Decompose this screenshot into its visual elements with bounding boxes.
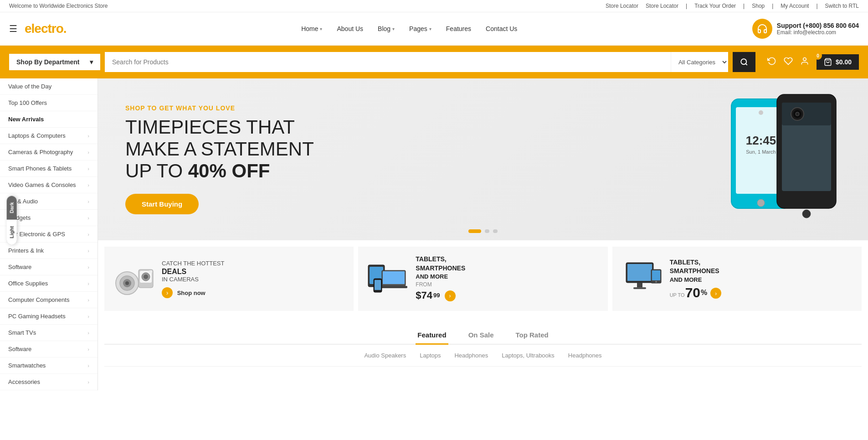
wishlist-icon[interactable] — [784, 57, 793, 68]
sidebar-item-smart-tvs[interactable]: Smart TVs › — [0, 325, 98, 341]
svg-point-15 — [802, 210, 811, 218]
header-icons: 0 $0.00 — [767, 54, 859, 70]
arrow-icon: › — [87, 182, 89, 188]
slider-image: 12:45 Sun, 1 March — [722, 88, 850, 233]
arrow-icon: › — [87, 379, 89, 385]
chip-laptops-ultrabooks[interactable]: Laptops, Ultrabooks — [502, 350, 555, 361]
sidebar-item-office-supplies[interactable]: Office Supplies › — [0, 275, 98, 292]
my-account-link[interactable]: My Account — [781, 3, 809, 9]
arrow-icon: › — [87, 199, 89, 204]
promo-shop-now-btn[interactable]: › — [162, 287, 173, 298]
nav-contact[interactable]: Contact Us — [479, 22, 524, 35]
home-dropdown-icon: ▾ — [320, 26, 322, 31]
shop-link[interactable]: Shop — [752, 3, 765, 9]
store-locator-link[interactable]: Store Locator — [606, 3, 638, 9]
svg-rect-32 — [375, 280, 381, 290]
light-theme-btn[interactable]: Light — [7, 219, 17, 244]
sidebar-item-computer-components[interactable]: Computer Components › — [0, 292, 98, 308]
dot-3[interactable] — [493, 229, 498, 233]
svg-rect-29 — [383, 271, 405, 284]
support-area: Support (+800) 856 800 604 Email: info@e… — [752, 19, 859, 39]
promo-price-arrow-btn[interactable]: › — [445, 290, 456, 301]
slider-cta-button[interactable]: Start Buying — [125, 194, 199, 214]
promo-card-cameras: CATCH THE HOTTEST DEALS IN CAMERAS › Sho… — [104, 247, 354, 311]
sidebar-item-software-2[interactable]: Software › — [0, 341, 98, 357]
svg-point-7 — [759, 110, 763, 115]
laptop-promo-image — [367, 260, 408, 297]
category-chips: Audio Speakers Laptops Headphones Laptop… — [104, 345, 862, 367]
blog-dropdown-icon: ▾ — [392, 26, 395, 31]
sidebar-item-pc-gaming[interactable]: PC Gaming Headsets › — [0, 308, 98, 325]
nav-home[interactable]: Home ▾ — [295, 22, 329, 35]
sidebar-item-software[interactable]: Software › — [0, 259, 98, 275]
arrow-icon: › — [87, 330, 89, 336]
hero-slider: SHOP TO GET WHAT YOU LOVE TIMEPIECES THA… — [98, 78, 868, 240]
svg-point-8 — [757, 199, 765, 207]
category-select[interactable]: All Categories — [671, 52, 728, 72]
main-content: Value of the Day Top 100 Offers New Arri… — [0, 78, 868, 390]
chip-audio-speakers[interactable]: Audio Speakers — [364, 350, 406, 361]
sidebar-item-new-arrivals[interactable]: New Arrivals — [0, 111, 98, 128]
chip-laptops[interactable]: Laptops — [420, 350, 441, 361]
store-locator-text[interactable]: Store Locator — [646, 3, 678, 9]
search-bar-row: Shop By Department ▾ All Categories 0 $0… — [0, 46, 868, 78]
dot-2[interactable] — [485, 229, 489, 233]
svg-point-39 — [655, 281, 657, 283]
chip-headphones-2[interactable]: Headphones — [568, 350, 602, 361]
support-icon — [752, 19, 772, 39]
nav-about[interactable]: About Us — [330, 22, 370, 35]
camera-promo-image — [113, 260, 154, 297]
svg-point-14 — [796, 112, 799, 116]
cart-badge: 0 — [814, 52, 822, 60]
account-icon[interactable] — [800, 57, 809, 68]
sidebar-item-top-100[interactable]: Top 100 Offers — [0, 95, 98, 111]
svg-rect-35 — [637, 283, 642, 287]
sidebar-item-accessories[interactable]: Accessories › — [0, 374, 98, 390]
header: ☰ electro. Home ▾ About Us Blog ▾ Pages … — [0, 12, 868, 46]
svg-text:Sun, 1 March: Sun, 1 March — [746, 149, 776, 155]
sidebar-item-printers[interactable]: Printers & Ink › — [0, 243, 98, 259]
shop-by-dept-btn[interactable]: Shop By Department ▾ — [9, 54, 100, 70]
svg-point-19 — [125, 281, 129, 285]
arrow-icon: › — [87, 150, 89, 155]
main-nav: Home ▾ About Us Blog ▾ Pages ▾ Features … — [295, 22, 524, 35]
nav-blog[interactable]: Blog ▾ — [371, 22, 401, 35]
sidebar-item-cameras[interactable]: Cameras & Photography › — [0, 144, 98, 160]
promo-percent-arrow-btn[interactable]: › — [710, 288, 721, 299]
svg-text:12:45: 12:45 — [746, 134, 776, 147]
content-area: SHOP TO GET WHAT YOU LOVE TIMEPIECES THA… — [98, 78, 868, 390]
switch-rtl-link[interactable]: Switch to RTL — [825, 3, 859, 9]
arrow-icon: › — [87, 248, 89, 254]
sidebar-item-smartphones[interactable]: Smart Phones & Tablets › — [0, 160, 98, 177]
dark-theme-btn[interactable]: Dark — [7, 196, 17, 219]
tab-featured[interactable]: Featured — [416, 326, 448, 345]
tab-top-rated[interactable]: Top Rated — [514, 326, 550, 345]
arrow-icon: › — [87, 215, 89, 221]
svg-rect-34 — [627, 264, 652, 281]
nav-features[interactable]: Features — [440, 22, 478, 35]
refresh-icon[interactable] — [767, 57, 776, 68]
track-order-link[interactable]: Track Your Order — [694, 3, 736, 9]
nav-pages[interactable]: Pages ▾ — [403, 22, 438, 35]
sidebar-item-video-games[interactable]: Video Games & Consoles › — [0, 177, 98, 193]
shop-arrow-icon: › — [166, 289, 169, 296]
sidebar-item-laptops[interactable]: Laptops & Computers › — [0, 128, 98, 144]
sidebar-item-smartwatches[interactable]: Smartwatches › — [0, 357, 98, 374]
cart-button[interactable]: 0 $0.00 — [817, 54, 859, 70]
welcome-message: Welcome to Worldwide Electronics Store — [9, 3, 108, 9]
top-bar: Welcome to Worldwide Electronics Store S… — [0, 0, 868, 12]
search-button[interactable] — [733, 52, 755, 72]
logo[interactable]: electro. — [25, 21, 67, 36]
search-input[interactable] — [105, 52, 671, 72]
hamburger-menu-icon[interactable]: ☰ — [9, 23, 17, 34]
svg-point-1 — [803, 57, 806, 61]
promo-text-tablets: TABLETS, SMARTPHONES AND MORE FROM $74 9… — [416, 255, 465, 303]
sidebar-item-value-of-day[interactable]: Value of the Day — [0, 78, 98, 95]
search-form: All Categories — [105, 52, 728, 72]
dot-1[interactable] — [468, 229, 481, 233]
theme-toggle[interactable]: Light Dark — [7, 196, 17, 244]
chip-headphones[interactable]: Headphones — [454, 350, 488, 361]
logo-dot: . — [63, 21, 67, 36]
tab-on-sale[interactable]: On Sale — [467, 326, 496, 345]
promo-text-cameras: CATCH THE HOTTEST DEALS IN CAMERAS › Sho… — [162, 259, 224, 299]
